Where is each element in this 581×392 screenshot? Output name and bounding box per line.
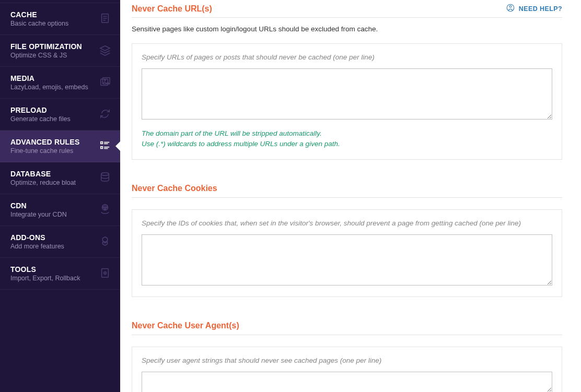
images-icon (99, 76, 111, 89)
sidebar-item-title: CDN (10, 201, 67, 210)
list-icon (99, 140, 111, 153)
section-title-never-cache-cookies: Never Cache Cookies (132, 184, 562, 193)
sidebar-item-preload[interactable]: PRELOAD Generate cache files (0, 99, 120, 130)
sidebar-item-title: MEDIA (10, 74, 88, 82)
sidebar-item-cdn[interactable]: CDN Integrate your CDN (0, 194, 120, 226)
globe-hand-icon (99, 204, 111, 217)
field-label: Specify the IDs of cookies that, when se… (142, 219, 552, 227)
field-label: Specify user agent strings that should n… (142, 357, 552, 364)
sidebar-item-subtitle: Optimize CSS & JS (10, 52, 82, 59)
sidebar-item-subtitle: LazyLoad, emojis, embeds (10, 84, 88, 91)
sidebar-item-subtitle: Import, Export, Rollback (10, 275, 80, 282)
sidebar-item-title: ADD-ONS (10, 233, 64, 242)
database-icon (99, 172, 111, 185)
sidebar-item-database[interactable]: DATABASE Optimize, reduce bloat (0, 162, 120, 194)
never-cache-cookies-textarea[interactable] (142, 234, 552, 286)
svg-point-17 (104, 272, 106, 274)
sidebar: CACHE Basic cache options FILE OPTIMIZAT… (0, 0, 120, 392)
svg-marker-4 (100, 45, 110, 50)
sidebar-item-subtitle: Optimize, reduce bloat (10, 179, 76, 186)
help-icon (506, 3, 515, 14)
sidebar-item-subtitle: Add more features (10, 243, 64, 250)
sidebar-item-media[interactable]: MEDIA LazyLoad, emojis, embeds (0, 67, 120, 99)
field-label: Specify URLs of pages or posts that shou… (142, 53, 552, 61)
need-help-link[interactable]: NEED HELP? (506, 3, 562, 14)
svg-point-7 (104, 79, 106, 80)
field-box-never-cache-user-agents: Specify user agent strings that should n… (132, 347, 562, 393)
sidebar-item-title: TOOLS (10, 265, 80, 274)
section-title-never-cache-user-agents: Never Cache User Agent(s) (132, 321, 562, 330)
field-box-never-cache-cookies: Specify the IDs of cookies that, when se… (132, 209, 562, 297)
sidebar-item-title: FILE OPTIMIZATION (10, 42, 82, 51)
sidebar-item-cache[interactable]: CACHE Basic cache options (0, 3, 120, 35)
sidebar-item-subtitle: Fine-tune cache rules (10, 147, 79, 155)
svg-point-19 (509, 6, 512, 8)
blocks-icon (99, 235, 111, 248)
document-icon (99, 13, 111, 26)
svg-rect-11 (101, 146, 103, 148)
hint-line: Use (.*) wildcards to address multiple U… (142, 139, 552, 149)
main-content: Never Cache URL(s) NEED HELP? Sensitive … (120, 0, 581, 392)
sidebar-item-addons[interactable]: ADD-ONS Add more features (0, 226, 120, 258)
svg-rect-8 (101, 141, 103, 144)
sidebar-item-subtitle: Generate cache files (10, 115, 71, 123)
need-help-label: NEED HELP? (519, 5, 562, 13)
sidebar-item-title: CACHE (10, 10, 68, 19)
field-box-never-cache-urls: Specify URLs of pages or posts that shou… (132, 43, 562, 160)
section-desc: Sensitive pages like custom login/logout… (132, 25, 562, 33)
never-cache-urls-textarea[interactable] (142, 68, 552, 120)
svg-point-14 (101, 172, 109, 175)
refresh-icon (99, 108, 111, 121)
sidebar-item-subtitle: Basic cache options (10, 20, 68, 27)
sidebar-item-advanced-rules[interactable]: ADVANCED RULES Fine-tune cache rules (0, 130, 120, 162)
sidebar-item-file-optimization[interactable]: FILE OPTIMIZATION Optimize CSS & JS (0, 35, 120, 67)
svg-rect-16 (102, 268, 109, 277)
never-cache-user-agents-textarea[interactable] (142, 372, 552, 393)
gear-file-icon (99, 267, 111, 280)
sidebar-item-title: DATABASE (10, 170, 76, 178)
sidebar-item-tools[interactable]: TOOLS Import, Export, Rollback (0, 258, 120, 290)
hint-line: The domain part of the URL will be strip… (142, 128, 552, 139)
section-title-never-cache-urls: Never Cache URL(s) (132, 4, 212, 14)
field-hint: The domain part of the URL will be strip… (142, 128, 552, 150)
layers-icon (99, 44, 111, 57)
sidebar-item-title: PRELOAD (10, 106, 71, 114)
sidebar-item-title: ADVANCED RULES (10, 138, 79, 146)
sidebar-item-subtitle: Integrate your CDN (10, 211, 67, 218)
